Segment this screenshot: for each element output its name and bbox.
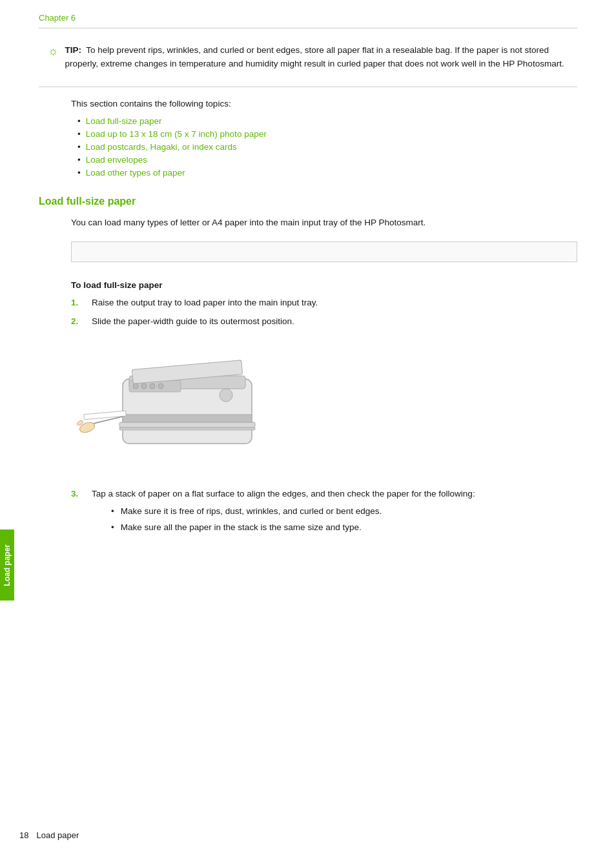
svg-point-7 <box>220 389 232 402</box>
svg-point-6 <box>158 384 163 389</box>
step3-bullet-1: Make sure it is free of rips, dust, wrin… <box>121 505 382 519</box>
list-item: Load postcards, Hagaki, or index cards <box>77 142 577 152</box>
sub-heading: To load full-size paper <box>71 280 577 290</box>
top-rule <box>39 28 577 28</box>
svg-point-4 <box>141 384 147 389</box>
bottom-rule <box>39 87 577 87</box>
tip-body: To help prevent rips, wrinkles, and curl… <box>65 45 564 68</box>
topic-link-3[interactable]: Load postcards, Hagaki, or index cards <box>86 142 237 152</box>
step-1-number: 1. <box>71 296 89 310</box>
step3-bullet-2: Make sure all the paper in the stack is … <box>121 521 362 535</box>
step-2-text: Slide the paper-width guide to its outer… <box>92 315 294 329</box>
step-2-number: 2. <box>71 315 89 329</box>
image-placeholder-box <box>71 242 577 262</box>
svg-rect-8 <box>123 415 252 422</box>
step-3-content: Tap a stack of paper on a flat surface t… <box>92 488 475 539</box>
list-item: Load up to 13 x 18 cm (5 x 7 inch) photo… <box>77 129 577 139</box>
tip-text: TIP: To help prevent rips, wrinkles, and… <box>65 44 569 71</box>
step-3-text: Tap a stack of paper on a flat surface t… <box>92 489 475 498</box>
side-tab-label: Load paper <box>3 544 12 586</box>
list-item: Load other types of paper <box>77 168 577 178</box>
topic-list: Load full-size paper Load up to 13 x 18 … <box>77 116 577 178</box>
section-intro: This section contains the following topi… <box>71 99 577 108</box>
section-heading: Load full-size paper <box>39 196 577 207</box>
list-item: Load full-size paper <box>77 116 577 126</box>
step3-section: 3. Tap a stack of paper on a flat surfac… <box>71 488 577 539</box>
step-3: 3. Tap a stack of paper on a flat surfac… <box>71 488 577 539</box>
svg-rect-13 <box>84 411 126 420</box>
topic-link-4[interactable]: Load envelopes <box>86 155 147 165</box>
step-3-number: 3. <box>71 488 89 501</box>
tip-box: ☼ TIP: To help prevent rips, wrinkles, a… <box>39 37 577 77</box>
section-desc: You can load many types of letter or A4 … <box>71 216 577 230</box>
step-2: 2. Slide the paper-width guide to its ou… <box>71 315 577 329</box>
svg-rect-10 <box>119 427 255 430</box>
main-content: Chapter 6 ☼ TIP: To help prevent rips, w… <box>19 0 597 575</box>
tip-label: TIP: <box>65 45 82 55</box>
list-item: Make sure all the paper in the stack is … <box>111 521 475 535</box>
topic-link-5[interactable]: Load other types of paper <box>86 168 185 178</box>
tip-icon: ☼ <box>48 45 59 58</box>
svg-point-5 <box>150 384 155 389</box>
page-footer: 18 Load paper <box>19 830 597 840</box>
numbered-steps: 1. Raise the output tray to load paper i… <box>71 296 577 329</box>
list-item: Load envelopes <box>77 155 577 165</box>
svg-rect-9 <box>119 422 255 427</box>
svg-point-3 <box>133 384 138 389</box>
chapter-heading: Chapter 6 <box>39 13 577 23</box>
printer-image-area <box>71 340 577 469</box>
topic-link-2[interactable]: Load up to 13 x 18 cm (5 x 7 inch) photo… <box>86 129 267 139</box>
list-item: Make sure it is free of rips, dust, wrin… <box>111 505 475 519</box>
footer-text: Load paper <box>36 830 79 840</box>
topic-link-1[interactable]: Load full-size paper <box>86 116 162 126</box>
side-tab: Load paper <box>0 529 14 601</box>
step3-bullet-list: Make sure it is free of rips, dust, wrin… <box>111 505 475 535</box>
printer-illustration <box>71 340 278 469</box>
page-number: 18 <box>19 830 28 840</box>
step-1-text: Raise the output tray to load paper into… <box>92 296 318 310</box>
step-1: 1. Raise the output tray to load paper i… <box>71 296 577 310</box>
